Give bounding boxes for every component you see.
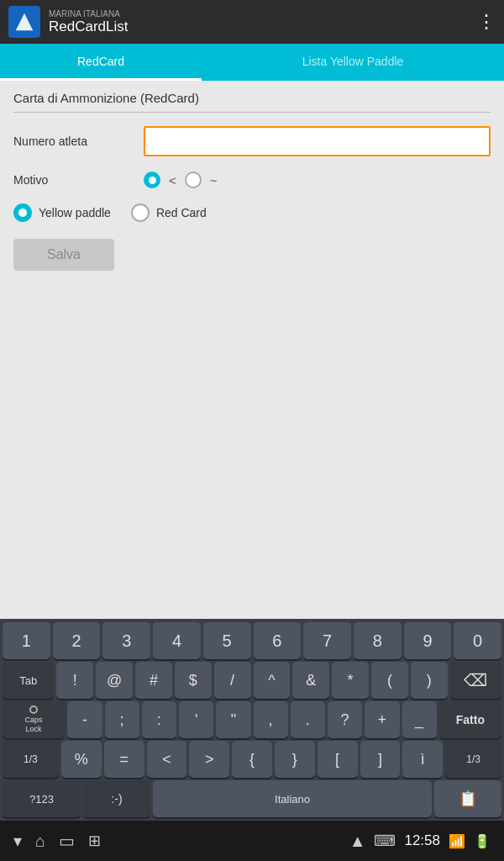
nav-apps-icon[interactable]: ⊞ — [88, 832, 101, 850]
kb-key-lcurly[interactable]: { — [232, 741, 272, 778]
kb-key-semicolon[interactable]: ; — [105, 701, 139, 738]
kb-key-4[interactable]: 4 — [153, 622, 201, 659]
numero-atleta-row: Numero atleta — [13, 126, 491, 156]
system-nav-bar: ▾ ⌂ ▭ ⊞ ▲ ⌨ 12:58 📶 🔋 — [0, 821, 504, 861]
yellow-paddle-radio[interactable] — [13, 203, 32, 222]
kb-key-plus[interactable]: + — [365, 701, 399, 738]
nav-up-icon[interactable]: ▲ — [349, 832, 366, 851]
kb-key-comma[interactable]: , — [254, 701, 288, 738]
kb-key-lbracket[interactable]: [ — [318, 741, 358, 778]
kb-key-spacebar[interactable]: Italiano — [153, 780, 432, 817]
kb-key-1[interactable]: 1 — [3, 622, 50, 659]
kb-key-tab[interactable]: Tab — [3, 662, 54, 699]
kb-key-percent[interactable]: % — [61, 741, 102, 778]
kb-key-emoji[interactable]: :-) — [83, 780, 150, 817]
yellow-paddle-label: Yellow paddle — [39, 206, 111, 219]
kb-key-excl[interactable]: ! — [56, 662, 93, 699]
numero-atleta-input[interactable] — [144, 126, 491, 156]
kb-key-hash[interactable]: # — [135, 662, 172, 699]
save-button[interactable]: Salva — [13, 239, 114, 271]
motivo-radio-1[interactable] — [144, 172, 160, 188]
kb-key-amp[interactable]: & — [292, 662, 329, 699]
keyboard: 1 2 3 4 5 6 7 8 9 0 Tab ! @ # $ / ^ & * … — [0, 619, 504, 821]
kb-key-slash[interactable]: / — [214, 662, 251, 699]
motivo-row: Motivo < ~ — [13, 172, 491, 188]
nav-down-icon[interactable]: ▾ — [13, 831, 22, 851]
app-bar: MARINA ITALIANA RedCardList ⋮ — [0, 0, 504, 44]
tab-bar: RedCard Lista Yellow Paddle — [0, 44, 504, 81]
nav-recents-icon[interactable]: ▭ — [59, 831, 75, 851]
red-card-option[interactable]: Red Card — [131, 203, 207, 222]
nav-right: ▲ ⌨ 12:58 📶 🔋 — [349, 832, 491, 851]
kb-key-3[interactable]: 3 — [102, 622, 150, 659]
app-title: RedCardList — [49, 18, 469, 35]
kb-key-underscore[interactable]: _ — [402, 701, 437, 738]
section-title: Carta di Ammonizione (RedCard) — [13, 91, 491, 113]
motivo-options: < ~ — [144, 172, 218, 188]
numero-atleta-label: Numero atleta — [13, 135, 144, 148]
kb-key-fatto[interactable]: Fatto — [439, 701, 501, 738]
menu-icon[interactable]: ⋮ — [477, 11, 496, 33]
kb-key-period[interactable]: . — [291, 701, 325, 738]
kb-key-capslock[interactable]: CapsLock — [3, 701, 65, 738]
kb-key-igrave[interactable]: ì — [402, 741, 443, 778]
kb-key-equals[interactable]: = — [104, 741, 144, 778]
kb-key-rcurly[interactable]: } — [275, 741, 315, 778]
wifi-icon: 📶 — [449, 833, 465, 849]
status-bar-sub: MARINA ITALIANA — [49, 9, 469, 18]
tab-redcard[interactable]: RedCard — [0, 44, 202, 81]
main-content: Carta di Ammonizione (RedCard) Numero at… — [0, 81, 504, 619]
kb-key-5[interactable]: 5 — [203, 622, 251, 659]
nav-left: ▾ ⌂ ▭ ⊞ — [13, 831, 101, 851]
yellow-paddle-option[interactable]: Yellow paddle — [13, 203, 111, 222]
kb-key-onethird-2[interactable]: 1/3 — [445, 741, 501, 778]
kb-key-6[interactable]: 6 — [254, 622, 302, 659]
kb-key-onethird-1[interactable]: 1/3 — [3, 741, 59, 778]
motivo-option-1-label: < — [169, 173, 176, 188]
kb-key-star[interactable]: * — [332, 662, 369, 699]
kb-row-3: 1/3 % = < > { } [ ] ì 1/3 — [3, 741, 501, 778]
kb-row-sym2: CapsLock - ; : ' " , . ? + _ Fatto — [3, 701, 501, 738]
kb-key-colon[interactable]: : — [142, 701, 176, 738]
kb-key-clipboard[interactable]: 📋 — [434, 780, 501, 817]
kb-key-at[interactable]: @ — [96, 662, 133, 699]
red-card-label: Red Card — [156, 206, 207, 219]
kb-row-bottom: ?123 :-) Italiano 📋 — [3, 780, 501, 821]
motivo-option-2-label: ~ — [210, 173, 218, 188]
paddle-options-row: Yellow paddle Red Card — [13, 203, 491, 222]
kb-key-dollar[interactable]: $ — [175, 662, 212, 699]
kb-key-caret[interactable]: ^ — [254, 662, 291, 699]
motivo-radio-2[interactable] — [185, 172, 202, 188]
kb-key-lt[interactable]: < — [147, 741, 187, 778]
system-time: 12:58 — [404, 832, 440, 849]
kb-key-rbracket[interactable]: ] — [360, 741, 401, 778]
kb-key-2[interactable]: 2 — [53, 622, 101, 659]
kb-row-numbers: 1 2 3 4 5 6 7 8 9 0 — [3, 622, 501, 659]
kb-row-sym1: Tab ! @ # $ / ^ & * ( ) ⌫ — [3, 662, 501, 699]
kb-key-8[interactable]: 8 — [354, 622, 402, 659]
kb-key-backspace[interactable]: ⌫ — [450, 662, 501, 699]
app-logo — [8, 6, 40, 38]
kb-key-question[interactable]: ? — [328, 701, 362, 738]
motivo-label: Motivo — [13, 173, 144, 187]
battery-icon: 🔋 — [474, 833, 491, 849]
keyboard-icon: ⌨ — [374, 832, 396, 850]
kb-key-dash[interactable]: - — [67, 701, 102, 738]
kb-key-gt[interactable]: > — [189, 741, 229, 778]
kb-key-dquote[interactable]: " — [216, 701, 250, 738]
red-card-radio[interactable] — [131, 203, 150, 222]
kb-key-squote[interactable]: ' — [179, 701, 213, 738]
tab-yellow[interactable]: Lista Yellow Paddle — [202, 44, 504, 81]
kb-key-lparen[interactable]: ( — [371, 662, 408, 699]
kb-key-7[interactable]: 7 — [303, 622, 351, 659]
kb-key-9[interactable]: 9 — [404, 622, 452, 659]
kb-key-123[interactable]: ?123 — [3, 780, 81, 817]
nav-home-icon[interactable]: ⌂ — [35, 832, 45, 851]
kb-key-rparen[interactable]: ) — [411, 662, 448, 699]
kb-key-0[interactable]: 0 — [454, 622, 501, 659]
